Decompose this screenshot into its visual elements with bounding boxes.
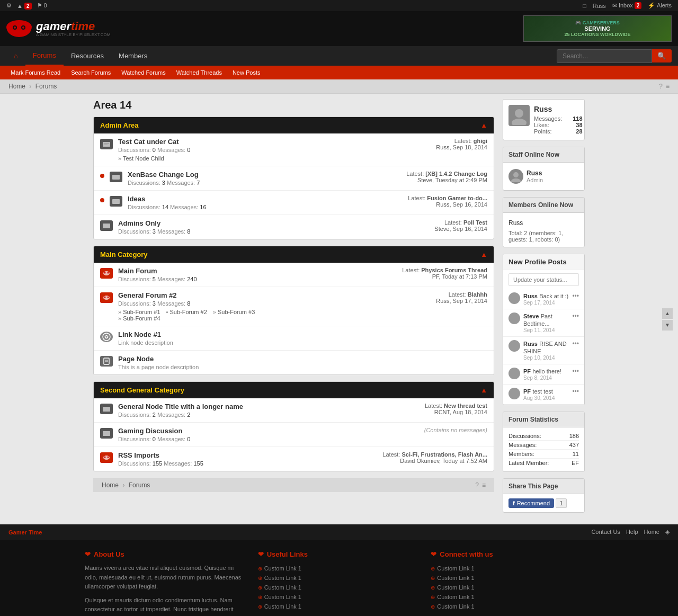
rss-icon[interactable]: ◈: [665, 529, 670, 535]
list-item[interactable]: Custom Link 1: [431, 592, 593, 602]
sub-forum-link[interactable]: Sub-Forum #2: [170, 309, 207, 315]
sub-forum-link[interactable]: Sub-Forum #4: [123, 315, 160, 322]
pp-more-button[interactable]: •••: [572, 340, 579, 347]
inbox-link[interactable]: ✉ Inbox 2: [612, 2, 642, 9]
forum-name[interactable]: Main Forum: [118, 267, 157, 275]
nav-members[interactable]: Members: [111, 47, 155, 65]
list-item[interactable]: Custom Link 1: [258, 583, 421, 592]
pp-more-button[interactable]: •••: [572, 292, 579, 300]
members-online-box: Members Online Now Russ Total: 2 (member…: [503, 197, 585, 247]
watched-forums-link[interactable]: Watched Forums: [117, 68, 170, 77]
settings-icon[interactable]: ⚙: [6, 2, 12, 9]
menu-icon[interactable]: ≡: [666, 83, 670, 90]
svg-point-16: [104, 297, 106, 298]
pp-date: Sep 10, 2014: [523, 355, 569, 361]
nav-forums[interactable]: Forums: [25, 46, 64, 66]
breadcrumb-home[interactable]: Home: [8, 83, 25, 90]
search-forums-link[interactable]: Search Forums: [67, 68, 115, 77]
admin-area-header: Admin Area ▲: [94, 117, 494, 133]
nav-home[interactable]: ⌂: [6, 47, 25, 65]
forum-name[interactable]: Page Node: [118, 355, 154, 363]
list-item[interactable]: Custom Link 1: [258, 592, 421, 602]
new-posts-link[interactable]: New Posts: [228, 68, 265, 77]
pp-date: Sep 17, 2014: [523, 300, 569, 306]
banner-ad: 🎮 GAMESERVERS SERVING 25 LOCATIONS WORLD…: [523, 15, 672, 42]
forum-name[interactable]: Ideas: [128, 195, 145, 203]
main-category-toggle[interactable]: ▲: [480, 251, 487, 258]
help-icon[interactable]: ?: [659, 83, 663, 90]
pp-more-button[interactable]: •••: [572, 313, 579, 320]
latest-thread-link[interactable]: Poll Test: [463, 219, 487, 226]
second-general-category-toggle[interactable]: ▲: [480, 386, 487, 394]
help-link[interactable]: Help: [626, 529, 638, 535]
pp-name: Steve: [523, 313, 539, 319]
breadcrumb-forums[interactable]: Forums: [35, 83, 57, 90]
forum-meta: Discussions: 5 Messages: 240: [118, 276, 387, 282]
forum-latest: Latest: ghigi Russ, Sep 18, 2014: [392, 138, 487, 150]
forum-name[interactable]: Gaming Discussion: [118, 427, 182, 435]
mark-forums-read-link[interactable]: Mark Forums Read: [6, 68, 65, 77]
forum-latest: Latest: Physics Forums Thread PF, Today …: [392, 267, 487, 280]
user-card-content: Russ Messages:118 Likes:38 Points:28: [508, 105, 579, 135]
forum-name[interactable]: Link Node #1: [118, 331, 161, 338]
list-item[interactable]: Custom Link 1: [258, 564, 421, 573]
list-item[interactable]: Custom Link 1: [258, 602, 421, 611]
table-row: Admins Only Discussions: 3 Messages: 8 L…: [94, 215, 494, 239]
list-item[interactable]: Custom Link 1: [431, 573, 593, 583]
contact-us-link[interactable]: Contact Us: [591, 529, 620, 535]
alerts-link[interactable]: ⚡ Alerts: [648, 2, 672, 9]
list-item[interactable]: Custom Link 1: [431, 583, 593, 592]
svg-point-17: [108, 297, 109, 298]
forum-name[interactable]: Test Cat under Cat: [118, 138, 179, 146]
pp-more-button[interactable]: •••: [572, 368, 579, 375]
list-item[interactable]: Custom Link 1: [431, 602, 593, 611]
staff-online-content: Russ Admin: [503, 163, 584, 190]
forum-name[interactable]: RSS Imports: [118, 451, 159, 459]
scroll-up-button[interactable]: ▲: [662, 308, 673, 319]
logo[interactable]: gamertime A GAMING STYLE BY PIXELEXT.COM: [6, 20, 110, 37]
latest-thread-link[interactable]: Physics Forums Thread: [421, 267, 487, 273]
help-icon-bottom[interactable]: ?: [475, 481, 479, 489]
breadcrumb-forums-bottom[interactable]: Forums: [129, 481, 150, 489]
breadcrumb: Home › Forums: [8, 83, 57, 90]
home-link[interactable]: Home: [644, 529, 659, 535]
footer-columns: ❤ About Us Mauris viverra arcu vitae nis…: [85, 550, 593, 616]
forum-info: Ideas Discussions: 14 Messages: 16: [128, 195, 387, 210]
latest-thread-link[interactable]: New thread test: [444, 403, 487, 409]
search-input[interactable]: [557, 49, 652, 63]
pp-avatar: [508, 292, 520, 304]
list-item[interactable]: Custom Link 1: [258, 573, 421, 583]
heart-icon-2: ❤: [258, 550, 264, 558]
table-row: Ideas Discussions: 14 Messages: 16 Lates…: [94, 191, 494, 215]
breadcrumb-home-bottom[interactable]: Home: [102, 481, 119, 489]
forum-name[interactable]: Admins Only: [118, 219, 160, 227]
facebook-recommend-button[interactable]: f Recommend: [508, 498, 554, 508]
watched-threads-link[interactable]: Watched Threads: [172, 68, 226, 77]
forum-meta: Discussions: 155 Messages: 155: [118, 460, 377, 467]
list-item[interactable]: Custom Link 1: [431, 564, 593, 573]
main-category-title: Main Category: [100, 251, 148, 258]
latest-thread-link[interactable]: ghigi: [474, 138, 487, 144]
child-forum-link[interactable]: Test Node Child: [123, 155, 164, 162]
latest-thread-link[interactable]: [XB] 1.4.2 Change Log: [425, 171, 487, 177]
menu-icon-bottom[interactable]: ≡: [482, 481, 486, 489]
latest-thread-link[interactable]: Sci-Fi, Frustrations, Flash An...: [402, 451, 487, 458]
status-input[interactable]: [508, 273, 579, 286]
latest-thread-link[interactable]: Blahhh: [468, 291, 487, 298]
sub-forum-link[interactable]: Sub-Forum #1: [123, 309, 160, 315]
latest-thread-link[interactable]: Fusion Gamer to-do...: [427, 195, 487, 201]
scroll-down-button[interactable]: ▼: [662, 320, 673, 331]
admin-area-toggle[interactable]: ▲: [480, 121, 487, 129]
flag-icon[interactable]: ⚑ 0: [37, 2, 47, 9]
pp-more-button[interactable]: •••: [572, 388, 579, 395]
forum-name[interactable]: XenBase Change Log: [128, 171, 199, 178]
alerts-icon[interactable]: ▲ 2: [17, 3, 32, 9]
search-button[interactable]: 🔍: [652, 49, 672, 63]
sub-forum-link[interactable]: Sub-Forum #3: [218, 309, 255, 315]
forum-name[interactable]: General Node Title with a longer name: [118, 403, 243, 410]
forum-name[interactable]: General Forum #2: [118, 291, 177, 299]
activity-dot: [100, 198, 104, 202]
nav-resources[interactable]: Resources: [64, 47, 111, 65]
username-link[interactable]: Russ: [593, 3, 606, 9]
list-item: Russ Back at it :) Sep 17, 2014 •••: [503, 289, 584, 309]
